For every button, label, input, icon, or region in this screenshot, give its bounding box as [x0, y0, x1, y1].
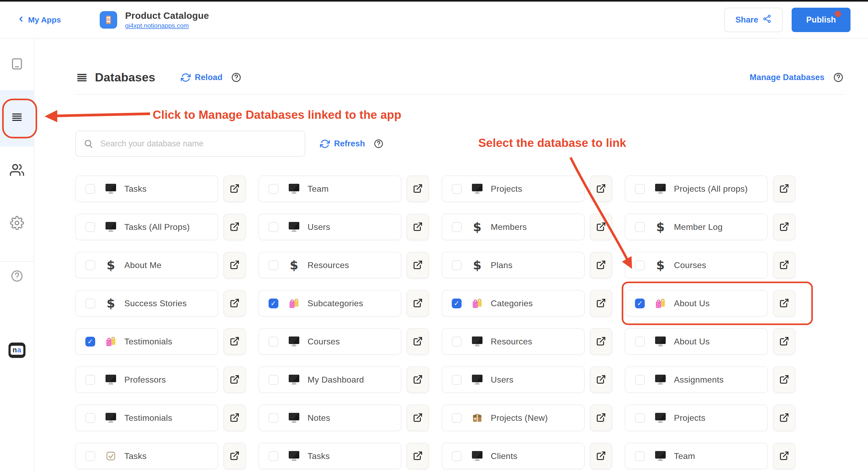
- database-card[interactable]: Resources: [442, 328, 585, 355]
- open-external-button[interactable]: [773, 214, 795, 240]
- open-external-button[interactable]: [590, 252, 612, 278]
- database-checkbox[interactable]: [452, 222, 462, 232]
- sidebar-item-users[interactable]: [0, 163, 34, 177]
- refresh-help-icon[interactable]: [374, 139, 384, 149]
- open-external-button[interactable]: [407, 252, 429, 278]
- database-card[interactable]: $Courses: [625, 252, 768, 278]
- database-card[interactable]: Projects (New): [442, 405, 585, 431]
- open-external-button[interactable]: [223, 443, 246, 469]
- database-checkbox[interactable]: [85, 413, 95, 423]
- database-checkbox[interactable]: [635, 413, 645, 423]
- open-external-button[interactable]: [407, 405, 429, 431]
- open-external-button[interactable]: [773, 405, 795, 431]
- database-checkbox[interactable]: [635, 375, 645, 385]
- open-external-button[interactable]: [223, 367, 246, 393]
- database-checkbox[interactable]: [85, 184, 95, 194]
- database-card[interactable]: Team: [258, 176, 401, 202]
- sidebar-item-settings[interactable]: [0, 216, 34, 230]
- database-card[interactable]: Projects: [625, 405, 768, 431]
- database-card[interactable]: Clients: [442, 443, 585, 469]
- database-checkbox[interactable]: [85, 260, 95, 270]
- database-checkbox[interactable]: [85, 451, 95, 461]
- database-card[interactable]: Testimonials: [75, 405, 218, 431]
- database-card[interactable]: ✓Categories: [442, 290, 585, 317]
- open-external-button[interactable]: [590, 367, 612, 393]
- open-external-button[interactable]: [590, 405, 612, 431]
- open-external-button[interactable]: [590, 290, 612, 317]
- database-checkbox[interactable]: [269, 451, 278, 461]
- database-checkbox[interactable]: [452, 451, 462, 461]
- sidebar-item-app-preview[interactable]: [0, 57, 34, 71]
- database-checkbox[interactable]: [635, 184, 645, 194]
- notionapps-logo[interactable]: na: [8, 343, 26, 358]
- manage-databases-help-icon[interactable]: [833, 72, 844, 83]
- database-card[interactable]: Tasks: [258, 443, 401, 469]
- open-external-button[interactable]: [223, 252, 246, 278]
- open-external-button[interactable]: [590, 328, 612, 355]
- sidebar-item-help[interactable]: [0, 270, 34, 283]
- database-card[interactable]: About Us: [625, 328, 768, 355]
- reload-button[interactable]: Reload: [181, 73, 223, 83]
- database-card[interactable]: $Plans: [442, 252, 585, 278]
- database-checkbox[interactable]: [85, 298, 95, 308]
- database-checkbox[interactable]: [635, 337, 645, 347]
- database-checkbox[interactable]: [85, 375, 95, 385]
- database-card[interactable]: ✓About Us: [625, 290, 768, 317]
- open-external-button[interactable]: [773, 290, 795, 317]
- database-checkbox[interactable]: [452, 413, 462, 423]
- database-checkbox[interactable]: [452, 375, 462, 385]
- database-card[interactable]: Professors: [75, 367, 218, 393]
- open-external-button[interactable]: [223, 176, 246, 202]
- open-external-button[interactable]: [773, 176, 795, 202]
- database-card[interactable]: $Success Stories: [75, 290, 218, 317]
- database-checkbox[interactable]: [269, 222, 278, 232]
- database-card[interactable]: ✓Subcategories: [258, 290, 401, 317]
- database-checkbox[interactable]: ✓: [85, 337, 95, 347]
- reload-help-icon[interactable]: [231, 72, 242, 83]
- database-checkbox[interactable]: [452, 184, 462, 194]
- open-external-button[interactable]: [590, 214, 612, 240]
- database-checkbox[interactable]: [452, 337, 462, 347]
- database-card[interactable]: Projects: [442, 176, 585, 202]
- database-card[interactable]: Tasks (All Props): [75, 214, 218, 240]
- open-external-button[interactable]: [407, 443, 429, 469]
- database-checkbox[interactable]: [635, 451, 645, 461]
- app-url-link[interactable]: gi4xpt.notionapps.com: [125, 22, 209, 29]
- database-card[interactable]: Projects (All props): [625, 176, 768, 202]
- database-card[interactable]: Users: [258, 214, 401, 240]
- database-checkbox[interactable]: [269, 413, 278, 423]
- database-card[interactable]: My Dashboard: [258, 367, 401, 393]
- open-external-button[interactable]: [590, 176, 612, 202]
- database-card[interactable]: $Member Log: [625, 214, 768, 240]
- open-external-button[interactable]: [223, 290, 246, 317]
- database-card[interactable]: ✓Testimonials: [75, 328, 218, 355]
- database-card[interactable]: $Resources: [258, 252, 401, 278]
- database-checkbox[interactable]: [452, 260, 462, 270]
- manage-databases-link[interactable]: Manage Databases: [750, 72, 844, 83]
- open-external-button[interactable]: [223, 328, 246, 355]
- database-checkbox[interactable]: ✓: [452, 298, 462, 308]
- database-card[interactable]: Team: [625, 443, 768, 469]
- database-checkbox[interactable]: [269, 337, 278, 347]
- database-checkbox[interactable]: [269, 375, 278, 385]
- database-checkbox[interactable]: [635, 260, 645, 270]
- open-external-button[interactable]: [590, 443, 612, 469]
- sidebar-item-databases[interactable]: [0, 111, 34, 124]
- database-checkbox[interactable]: [269, 260, 278, 270]
- back-to-my-apps-link[interactable]: My Apps: [17, 14, 61, 26]
- database-checkbox[interactable]: ✓: [635, 298, 645, 308]
- database-checkbox[interactable]: [269, 184, 278, 194]
- database-card[interactable]: $Members: [442, 214, 585, 240]
- share-button[interactable]: Share: [724, 8, 783, 32]
- refresh-button[interactable]: Refresh: [320, 139, 365, 149]
- open-external-button[interactable]: [773, 252, 795, 278]
- database-checkbox[interactable]: ✓: [269, 298, 278, 308]
- database-card[interactable]: Courses: [258, 328, 401, 355]
- open-external-button[interactable]: [223, 405, 246, 431]
- database-card[interactable]: Tasks: [75, 443, 218, 469]
- publish-button[interactable]: Publish: [792, 8, 850, 32]
- open-external-button[interactable]: [773, 328, 795, 355]
- open-external-button[interactable]: [407, 367, 429, 393]
- open-external-button[interactable]: [407, 290, 429, 317]
- database-card[interactable]: Tasks: [75, 176, 218, 202]
